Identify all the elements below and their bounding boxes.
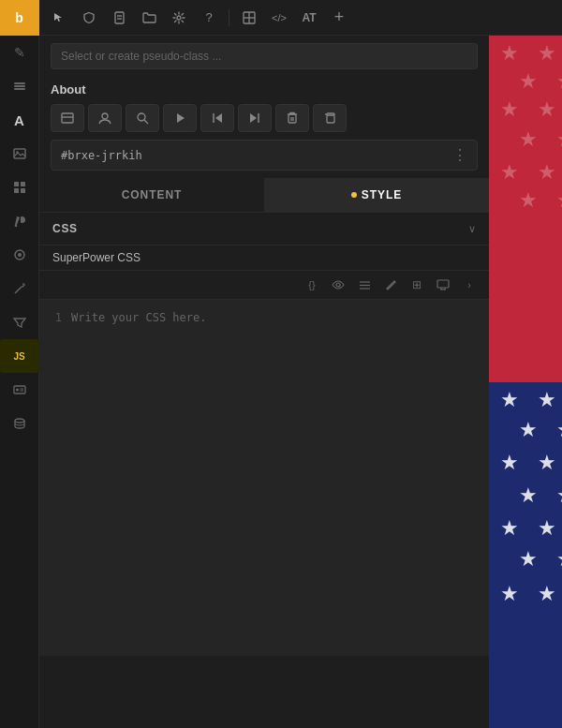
svg-rect-2 xyxy=(14,88,25,90)
canvas-bottom: ★ ★ ★ ★ ★ ★ ★ ★ ★ ★ ★ ★ ★ ★ ★ ★ ★ ★ ★ ★ xyxy=(489,382,562,729)
element-id-value: #brxe-jrrkih xyxy=(61,149,142,162)
text-icon[interactable]: A xyxy=(0,103,39,137)
star-5: ★ xyxy=(556,71,562,92)
content-area: Select or create pseudo-class ... About xyxy=(39,36,562,728)
cursor-tool-icon[interactable] xyxy=(47,6,71,30)
code-placeholder: Write your CSS here. xyxy=(71,309,480,646)
panel: Select or create pseudo-class ... About xyxy=(39,36,489,728)
wand-icon[interactable] xyxy=(0,272,39,305)
tab-content[interactable]: CONTENT xyxy=(39,178,264,212)
star-n16: ★ xyxy=(519,549,538,570)
about-skip-forward-icon[interactable] xyxy=(238,104,272,132)
toolbar-divider-1 xyxy=(229,9,229,26)
svg-point-42 xyxy=(336,283,340,287)
svg-point-10 xyxy=(18,253,22,257)
grid-icon[interactable] xyxy=(0,171,39,204)
pencil-icon[interactable] xyxy=(380,275,401,295)
star-n5: ★ xyxy=(556,420,562,440)
about-play-icon[interactable] xyxy=(163,104,197,132)
star-8: ★ xyxy=(538,99,556,120)
star-14: ★ xyxy=(538,162,556,183)
code-icon[interactable]: </> xyxy=(267,6,291,30)
star-n11: ★ xyxy=(556,485,562,506)
svg-rect-15 xyxy=(14,386,25,394)
about-skip-back-icon[interactable] xyxy=(200,104,234,132)
svg-rect-47 xyxy=(437,280,449,288)
id-card-icon[interactable] xyxy=(0,373,39,407)
svg-marker-32 xyxy=(177,113,185,123)
star-10: ★ xyxy=(519,129,538,150)
filter-icon[interactable] xyxy=(0,305,39,339)
chevron-right-small-icon[interactable]: › xyxy=(459,275,480,295)
expand-icon[interactable]: ⊞ xyxy=(407,275,427,295)
image-icon[interactable] xyxy=(0,137,39,171)
about-search-icon[interactable] xyxy=(126,104,159,132)
about-duplicate-icon[interactable] xyxy=(313,104,347,132)
list-icon[interactable] xyxy=(354,275,375,295)
star-7: ★ xyxy=(500,99,519,120)
star-13: ★ xyxy=(500,162,519,183)
file-icon[interactable] xyxy=(107,6,131,30)
top-toolbar: ? </> AT + xyxy=(39,0,562,36)
tab-style[interactable]: STYLE xyxy=(264,178,489,212)
svg-marker-34 xyxy=(215,113,222,123)
star-n17: ★ xyxy=(556,549,562,570)
svg-point-23 xyxy=(177,16,181,20)
star-16: ★ xyxy=(519,190,538,211)
star-n14: ★ xyxy=(538,518,556,539)
typography-icon[interactable]: AT xyxy=(297,6,321,30)
about-delete-icon[interactable] xyxy=(275,104,309,132)
svg-rect-0 xyxy=(14,82,25,84)
layers-icon[interactable] xyxy=(0,69,39,103)
css-section: CSS ∨ SuperPower CSS {} xyxy=(39,213,489,656)
desktop-icon[interactable] xyxy=(433,275,453,295)
star-1: ★ xyxy=(500,43,519,64)
svg-line-46 xyxy=(394,281,395,282)
js-icon[interactable]: JS xyxy=(0,339,39,373)
star-n2: ★ xyxy=(538,390,556,410)
star-n8: ★ xyxy=(538,453,556,473)
svg-rect-37 xyxy=(288,114,296,123)
logo[interactable]: b xyxy=(0,0,39,36)
pen-icon[interactable]: ✎ xyxy=(0,36,39,69)
star-17: ★ xyxy=(556,190,562,211)
layout-icon[interactable] xyxy=(237,6,261,30)
about-layout-icon[interactable] xyxy=(51,104,84,132)
paint-icon[interactable] xyxy=(0,204,39,238)
svg-point-16 xyxy=(16,389,19,392)
tabs-row: CONTENT STYLE xyxy=(39,178,489,213)
code-editor[interactable]: 1 Write your CSS here. xyxy=(39,300,489,656)
help-icon[interactable]: ? xyxy=(197,6,221,30)
shape-icon[interactable] xyxy=(0,238,39,272)
svg-rect-1 xyxy=(14,85,25,87)
svg-rect-8 xyxy=(21,188,25,193)
svg-rect-20 xyxy=(115,12,124,23)
eye-icon[interactable] xyxy=(328,275,348,295)
about-user-icon[interactable] xyxy=(88,104,122,132)
svg-rect-40 xyxy=(327,115,334,123)
canvas-top: ★ ★ ★ ★ ★ ★ ★ ★ ★ ★ ★ ★ ★ ★ ★ ★ ★ ★ xyxy=(489,36,562,382)
about-title: About xyxy=(51,82,478,97)
star-n4: ★ xyxy=(519,420,538,440)
css-header[interactable]: CSS ∨ xyxy=(39,213,489,245)
svg-rect-5 xyxy=(14,182,19,186)
editor-toolbar: {} xyxy=(39,271,489,300)
svg-rect-3 xyxy=(14,149,25,158)
shield-icon[interactable] xyxy=(77,6,101,30)
star-11: ★ xyxy=(556,129,562,150)
star-2: ★ xyxy=(538,43,556,64)
add-icon[interactable]: + xyxy=(327,6,351,30)
star-n19: ★ xyxy=(500,584,519,604)
element-id-menu-button[interactable]: ⋮ xyxy=(452,146,467,164)
about-icons-row xyxy=(51,104,478,132)
star-n7: ★ xyxy=(500,453,519,473)
settings-icon[interactable] xyxy=(167,6,191,30)
svg-rect-7 xyxy=(14,188,19,193)
svg-rect-6 xyxy=(21,182,25,186)
pseudo-class-input[interactable]: Select or create pseudo-class ... xyxy=(51,43,478,69)
superpower-label: SuperPower CSS xyxy=(52,251,140,264)
db-icon[interactable] xyxy=(0,407,39,440)
folder-icon[interactable] xyxy=(137,6,161,30)
svg-point-19 xyxy=(15,419,24,423)
code-brackets-icon[interactable]: {} xyxy=(302,275,322,295)
